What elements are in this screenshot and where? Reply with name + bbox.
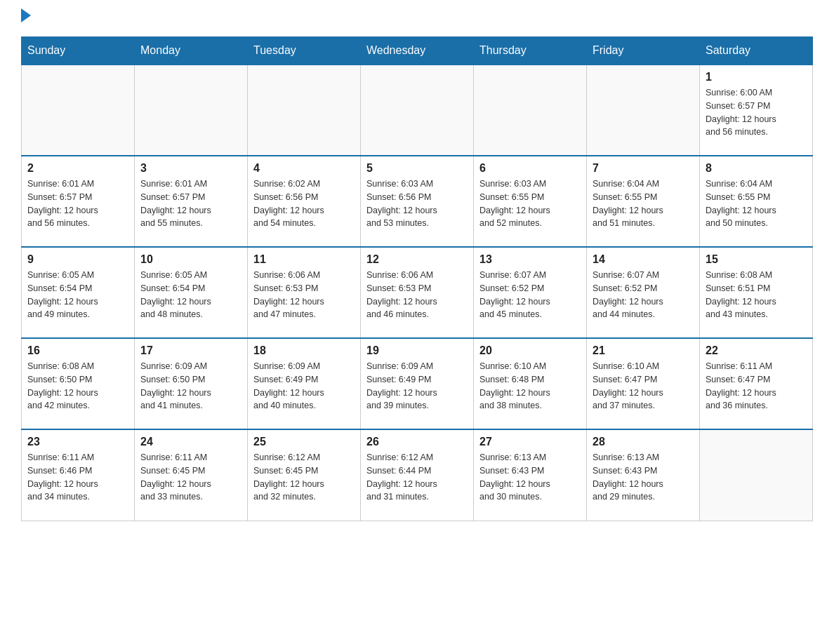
calendar-cell: 25Sunrise: 6:12 AM Sunset: 6:45 PM Dayli… [248,429,361,521]
day-info: Sunrise: 6:11 AM Sunset: 6:47 PM Dayligh… [706,360,807,412]
day-number: 20 [479,344,581,357]
calendar-cell: 26Sunrise: 6:12 AM Sunset: 6:44 PM Dayli… [361,429,474,521]
day-info: Sunrise: 6:01 AM Sunset: 6:57 PM Dayligh… [140,177,241,230]
day-number: 18 [253,344,355,357]
day-number: 8 [706,162,807,175]
day-info: Sunrise: 6:08 AM Sunset: 6:50 PM Dayligh… [27,360,128,412]
day-info: Sunrise: 6:08 AM Sunset: 6:51 PM Dayligh… [706,269,807,321]
calendar-cell: 14Sunrise: 6:07 AM Sunset: 6:52 PM Dayli… [587,247,700,338]
calendar-cell: 22Sunrise: 6:11 AM Sunset: 6:47 PM Dayli… [700,338,813,429]
week-row-1: 1Sunrise: 6:00 AM Sunset: 6:57 PM Daylig… [22,65,813,156]
weekday-header-friday: Friday [587,37,700,65]
day-info: Sunrise: 6:00 AM Sunset: 6:57 PM Dayligh… [706,86,807,139]
day-number: 6 [479,162,581,175]
calendar-table: SundayMondayTuesdayWednesdayThursdayFrid… [21,36,813,521]
weekday-header-sunday: Sunday [22,37,135,65]
calendar-cell: 8Sunrise: 6:04 AM Sunset: 6:55 PM Daylig… [700,156,813,247]
calendar-cell: 3Sunrise: 6:01 AM Sunset: 6:57 PM Daylig… [135,156,248,247]
day-info: Sunrise: 6:06 AM Sunset: 6:53 PM Dayligh… [253,269,355,321]
calendar-cell: 20Sunrise: 6:10 AM Sunset: 6:48 PM Dayli… [474,338,587,429]
logo-arrow-icon [21,8,31,22]
day-info: Sunrise: 6:04 AM Sunset: 6:55 PM Dayligh… [593,177,694,230]
calendar-cell: 21Sunrise: 6:10 AM Sunset: 6:47 PM Dayli… [587,338,700,429]
weekday-header-wednesday: Wednesday [361,37,474,65]
calendar-cell [587,65,700,156]
weekday-header-row: SundayMondayTuesdayWednesdayThursdayFrid… [22,37,813,65]
day-number: 25 [253,436,355,448]
calendar-cell: 9Sunrise: 6:05 AM Sunset: 6:54 PM Daylig… [22,247,135,338]
day-info: Sunrise: 6:11 AM Sunset: 6:45 PM Dayligh… [140,451,241,504]
calendar-cell: 19Sunrise: 6:09 AM Sunset: 6:49 PM Dayli… [361,338,474,429]
day-info: Sunrise: 6:05 AM Sunset: 6:54 PM Dayligh… [27,269,128,321]
day-info: Sunrise: 6:12 AM Sunset: 6:44 PM Dayligh… [366,451,468,504]
day-number: 11 [253,253,355,266]
day-number: 23 [27,436,128,448]
day-number: 26 [366,436,468,448]
day-number: 3 [140,162,241,175]
day-number: 12 [366,253,468,266]
logo [21,14,31,22]
calendar-cell [474,65,587,156]
day-number: 24 [140,436,241,448]
day-info: Sunrise: 6:09 AM Sunset: 6:50 PM Dayligh… [140,360,241,412]
day-number: 28 [593,436,694,448]
day-info: Sunrise: 6:07 AM Sunset: 6:52 PM Dayligh… [593,269,694,321]
calendar-cell: 13Sunrise: 6:07 AM Sunset: 6:52 PM Dayli… [474,247,587,338]
day-info: Sunrise: 6:06 AM Sunset: 6:53 PM Dayligh… [366,269,468,321]
calendar-cell: 11Sunrise: 6:06 AM Sunset: 6:53 PM Dayli… [248,247,361,338]
calendar-cell: 28Sunrise: 6:13 AM Sunset: 6:43 PM Dayli… [587,429,700,521]
weekday-header-tuesday: Tuesday [248,37,361,65]
day-number: 19 [366,344,468,357]
day-info: Sunrise: 6:11 AM Sunset: 6:46 PM Dayligh… [27,451,128,504]
calendar-cell: 18Sunrise: 6:09 AM Sunset: 6:49 PM Dayli… [248,338,361,429]
calendar-cell: 10Sunrise: 6:05 AM Sunset: 6:54 PM Dayli… [135,247,248,338]
day-info: Sunrise: 6:09 AM Sunset: 6:49 PM Dayligh… [253,360,355,412]
day-number: 9 [27,253,128,266]
day-number: 17 [140,344,241,357]
day-number: 10 [140,253,241,266]
calendar-cell: 23Sunrise: 6:11 AM Sunset: 6:46 PM Dayli… [22,429,135,521]
day-info: Sunrise: 6:04 AM Sunset: 6:55 PM Dayligh… [706,177,807,230]
day-info: Sunrise: 6:12 AM Sunset: 6:45 PM Dayligh… [253,451,355,504]
day-number: 22 [706,344,807,357]
page-header [21,14,813,22]
day-info: Sunrise: 6:01 AM Sunset: 6:57 PM Dayligh… [27,177,128,230]
calendar-cell: 5Sunrise: 6:03 AM Sunset: 6:56 PM Daylig… [361,156,474,247]
day-number: 2 [27,162,128,175]
day-number: 1 [706,71,807,83]
week-row-5: 23Sunrise: 6:11 AM Sunset: 6:46 PM Dayli… [22,429,813,521]
day-info: Sunrise: 6:13 AM Sunset: 6:43 PM Dayligh… [479,451,581,504]
calendar-cell [361,65,474,156]
day-number: 14 [593,253,694,266]
calendar-cell: 4Sunrise: 6:02 AM Sunset: 6:56 PM Daylig… [248,156,361,247]
day-info: Sunrise: 6:07 AM Sunset: 6:52 PM Dayligh… [479,269,581,321]
week-row-2: 2Sunrise: 6:01 AM Sunset: 6:57 PM Daylig… [22,156,813,247]
calendar-cell: 17Sunrise: 6:09 AM Sunset: 6:50 PM Dayli… [135,338,248,429]
day-info: Sunrise: 6:03 AM Sunset: 6:56 PM Dayligh… [366,177,468,230]
day-info: Sunrise: 6:05 AM Sunset: 6:54 PM Dayligh… [140,269,241,321]
calendar-cell: 12Sunrise: 6:06 AM Sunset: 6:53 PM Dayli… [361,247,474,338]
day-number: 16 [27,344,128,357]
day-number: 7 [593,162,694,175]
calendar-cell: 2Sunrise: 6:01 AM Sunset: 6:57 PM Daylig… [22,156,135,247]
day-number: 21 [593,344,694,357]
weekday-header-thursday: Thursday [474,37,587,65]
day-number: 15 [706,253,807,266]
calendar-cell: 24Sunrise: 6:11 AM Sunset: 6:45 PM Dayli… [135,429,248,521]
day-info: Sunrise: 6:10 AM Sunset: 6:47 PM Dayligh… [593,360,694,412]
weekday-header-saturday: Saturday [700,37,813,65]
day-info: Sunrise: 6:10 AM Sunset: 6:48 PM Dayligh… [479,360,581,412]
calendar-cell [135,65,248,156]
day-info: Sunrise: 6:09 AM Sunset: 6:49 PM Dayligh… [366,360,468,412]
calendar-cell [22,65,135,156]
day-info: Sunrise: 6:03 AM Sunset: 6:55 PM Dayligh… [479,177,581,230]
week-row-3: 9Sunrise: 6:05 AM Sunset: 6:54 PM Daylig… [22,247,813,338]
calendar-cell [700,429,813,521]
day-info: Sunrise: 6:13 AM Sunset: 6:43 PM Dayligh… [593,451,694,504]
day-number: 4 [253,162,355,175]
day-number: 5 [366,162,468,175]
calendar-cell: 16Sunrise: 6:08 AM Sunset: 6:50 PM Dayli… [22,338,135,429]
calendar-cell: 1Sunrise: 6:00 AM Sunset: 6:57 PM Daylig… [700,65,813,156]
calendar-cell: 27Sunrise: 6:13 AM Sunset: 6:43 PM Dayli… [474,429,587,521]
calendar-cell: 6Sunrise: 6:03 AM Sunset: 6:55 PM Daylig… [474,156,587,247]
